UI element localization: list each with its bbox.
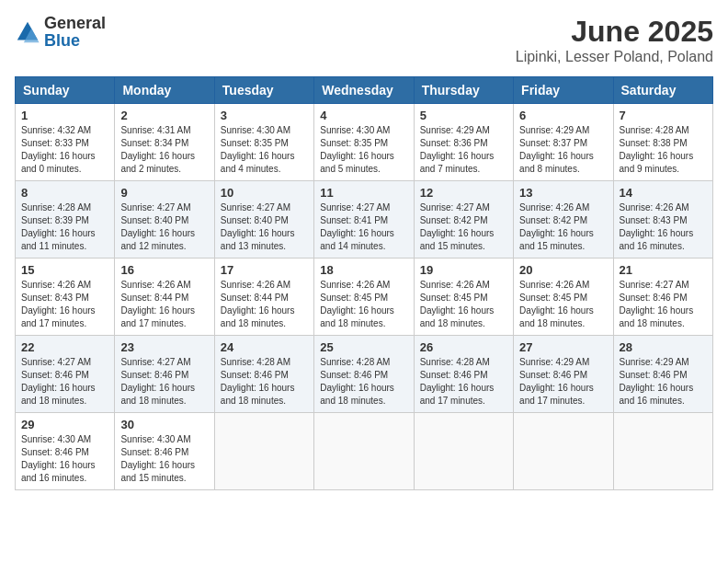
day-info: Sunrise: 4:27 AM Sunset: 8:41 PM Dayligh…	[320, 201, 407, 253]
day-info: Sunrise: 4:28 AM Sunset: 8:46 PM Dayligh…	[420, 356, 507, 408]
day-number: 28	[620, 340, 707, 354]
calendar-cell: 15Sunrise: 4:26 AM Sunset: 8:43 PM Dayli…	[16, 259, 115, 336]
calendar-cell: 13Sunrise: 4:26 AM Sunset: 8:42 PM Dayli…	[514, 181, 613, 259]
day-number: 9	[120, 186, 208, 200]
day-info: Sunrise: 4:26 AM Sunset: 8:44 PM Dayligh…	[120, 279, 208, 330]
day-number: 19	[420, 263, 507, 277]
calendar-cell: 30Sunrise: 4:30 AM Sunset: 8:46 PM Dayli…	[115, 413, 214, 490]
calendar-cell: 3Sunrise: 4:30 AM Sunset: 8:35 PM Daylig…	[214, 104, 313, 181]
day-info: Sunrise: 4:26 AM Sunset: 8:43 PM Dayligh…	[21, 279, 108, 330]
calendar-cell: 8Sunrise: 4:28 AM Sunset: 8:39 PM Daylig…	[16, 181, 115, 259]
day-number: 21	[620, 263, 707, 277]
calendar-cell: 21Sunrise: 4:27 AM Sunset: 8:46 PM Dayli…	[613, 259, 712, 336]
calendar-header-row: SundayMondayTuesdayWednesdayThursdayFrid…	[16, 77, 713, 104]
day-number: 30	[120, 418, 208, 431]
calendar-cell	[314, 413, 414, 490]
day-info: Sunrise: 4:30 AM Sunset: 8:46 PM Dayligh…	[21, 433, 108, 485]
calendar-cell: 7Sunrise: 4:28 AM Sunset: 8:38 PM Daylig…	[613, 104, 712, 181]
day-number: 17	[221, 263, 308, 277]
calendar-cell: 22Sunrise: 4:27 AM Sunset: 8:46 PM Dayli…	[16, 336, 115, 413]
calendar-cell: 10Sunrise: 4:27 AM Sunset: 8:40 PM Dayli…	[214, 181, 313, 259]
page-subtitle: Lipinki, Lesser Poland, Poland	[516, 49, 713, 65]
title-block: June 2025 Lipinki, Lesser Poland, Poland	[516, 15, 713, 65]
day-number: 22	[21, 340, 108, 354]
day-info: Sunrise: 4:27 AM Sunset: 8:46 PM Dayligh…	[21, 356, 108, 408]
day-info: Sunrise: 4:27 AM Sunset: 8:46 PM Dayligh…	[120, 356, 208, 408]
calendar-week-row: 22Sunrise: 4:27 AM Sunset: 8:46 PM Dayli…	[16, 336, 713, 413]
day-info: Sunrise: 4:27 AM Sunset: 8:42 PM Dayligh…	[420, 201, 507, 253]
day-info: Sunrise: 4:31 AM Sunset: 8:34 PM Dayligh…	[120, 124, 208, 176]
calendar-header-friday: Friday	[514, 77, 613, 104]
day-number: 10	[221, 186, 308, 200]
day-info: Sunrise: 4:26 AM Sunset: 8:45 PM Dayligh…	[320, 279, 407, 330]
day-info: Sunrise: 4:29 AM Sunset: 8:36 PM Dayligh…	[420, 124, 507, 176]
day-number: 14	[620, 186, 707, 200]
calendar-cell: 11Sunrise: 4:27 AM Sunset: 8:41 PM Dayli…	[314, 181, 414, 259]
calendar-cell: 12Sunrise: 4:27 AM Sunset: 8:42 PM Dayli…	[414, 181, 513, 259]
calendar-header-monday: Monday	[115, 77, 214, 104]
logo: General Blue	[15, 15, 106, 50]
day-info: Sunrise: 4:26 AM Sunset: 8:44 PM Dayligh…	[221, 279, 308, 330]
day-number: 13	[519, 186, 607, 200]
logo-general: General	[44, 14, 106, 32]
day-info: Sunrise: 4:26 AM Sunset: 8:45 PM Dayligh…	[519, 279, 607, 330]
day-number: 2	[120, 109, 208, 122]
calendar-cell	[414, 413, 513, 490]
calendar-week-row: 1Sunrise: 4:32 AM Sunset: 8:33 PM Daylig…	[16, 104, 713, 181]
day-number: 7	[620, 109, 707, 122]
day-number: 8	[21, 186, 108, 200]
page-header: General Blue June 2025 Lipinki, Lesser P…	[15, 15, 713, 65]
calendar-cell: 5Sunrise: 4:29 AM Sunset: 8:36 PM Daylig…	[414, 104, 513, 181]
day-info: Sunrise: 4:32 AM Sunset: 8:33 PM Dayligh…	[21, 124, 108, 176]
day-info: Sunrise: 4:28 AM Sunset: 8:39 PM Dayligh…	[21, 201, 108, 253]
day-info: Sunrise: 4:28 AM Sunset: 8:46 PM Dayligh…	[320, 356, 407, 408]
day-info: Sunrise: 4:28 AM Sunset: 8:38 PM Dayligh…	[620, 124, 707, 176]
day-info: Sunrise: 4:26 AM Sunset: 8:43 PM Dayligh…	[620, 201, 707, 253]
calendar-header-thursday: Thursday	[414, 77, 513, 104]
day-info: Sunrise: 4:26 AM Sunset: 8:45 PM Dayligh…	[420, 279, 507, 330]
calendar-cell: 27Sunrise: 4:29 AM Sunset: 8:46 PM Dayli…	[514, 336, 613, 413]
calendar-week-row: 15Sunrise: 4:26 AM Sunset: 8:43 PM Dayli…	[16, 259, 713, 336]
calendar-header-saturday: Saturday	[613, 77, 712, 104]
day-info: Sunrise: 4:28 AM Sunset: 8:46 PM Dayligh…	[221, 356, 308, 408]
day-number: 4	[320, 109, 407, 122]
day-number: 23	[120, 340, 208, 354]
day-number: 27	[519, 340, 607, 354]
day-info: Sunrise: 4:29 AM Sunset: 8:37 PM Dayligh…	[519, 124, 607, 176]
calendar-header-sunday: Sunday	[16, 77, 115, 104]
calendar-cell	[613, 413, 712, 490]
calendar-cell: 29Sunrise: 4:30 AM Sunset: 8:46 PM Dayli…	[16, 413, 115, 490]
day-info: Sunrise: 4:30 AM Sunset: 8:46 PM Dayligh…	[120, 433, 208, 485]
day-number: 5	[420, 109, 507, 122]
day-number: 12	[420, 186, 507, 200]
calendar-cell: 16Sunrise: 4:26 AM Sunset: 8:44 PM Dayli…	[115, 259, 214, 336]
day-number: 3	[221, 109, 308, 122]
calendar-cell: 14Sunrise: 4:26 AM Sunset: 8:43 PM Dayli…	[613, 181, 712, 259]
calendar-header-tuesday: Tuesday	[214, 77, 313, 104]
day-info: Sunrise: 4:26 AM Sunset: 8:42 PM Dayligh…	[519, 201, 607, 253]
day-number: 20	[519, 263, 607, 277]
day-number: 15	[21, 263, 108, 277]
day-number: 25	[320, 340, 407, 354]
calendar-cell: 18Sunrise: 4:26 AM Sunset: 8:45 PM Dayli…	[314, 259, 414, 336]
day-info: Sunrise: 4:30 AM Sunset: 8:35 PM Dayligh…	[320, 124, 407, 176]
calendar-header-wednesday: Wednesday	[314, 77, 414, 104]
calendar-cell	[514, 413, 613, 490]
calendar-cell: 24Sunrise: 4:28 AM Sunset: 8:46 PM Dayli…	[214, 336, 313, 413]
day-number: 29	[21, 418, 108, 431]
day-number: 24	[221, 340, 308, 354]
day-info: Sunrise: 4:27 AM Sunset: 8:40 PM Dayligh…	[120, 201, 208, 253]
day-number: 11	[320, 186, 407, 200]
calendar-cell: 28Sunrise: 4:29 AM Sunset: 8:46 PM Dayli…	[613, 336, 712, 413]
logo-icon	[15, 19, 40, 45]
calendar-week-row: 29Sunrise: 4:30 AM Sunset: 8:46 PM Dayli…	[16, 413, 713, 490]
calendar-cell: 19Sunrise: 4:26 AM Sunset: 8:45 PM Dayli…	[414, 259, 513, 336]
logo-blue: Blue	[44, 31, 80, 50]
day-number: 26	[420, 340, 507, 354]
day-number: 6	[519, 109, 607, 122]
calendar-table: SundayMondayTuesdayWednesdayThursdayFrid…	[15, 76, 713, 490]
calendar-cell: 26Sunrise: 4:28 AM Sunset: 8:46 PM Dayli…	[414, 336, 513, 413]
day-number: 16	[120, 263, 208, 277]
calendar-cell: 9Sunrise: 4:27 AM Sunset: 8:40 PM Daylig…	[115, 181, 214, 259]
day-info: Sunrise: 4:29 AM Sunset: 8:46 PM Dayligh…	[620, 356, 707, 408]
